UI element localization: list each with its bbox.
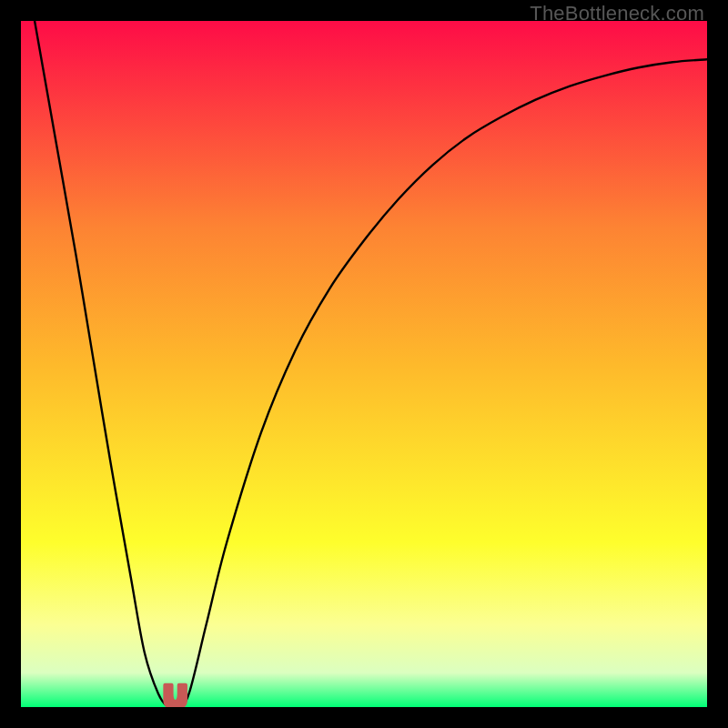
plot-frame <box>21 21 707 707</box>
watermark-text: TheBottleneck.com <box>530 2 704 25</box>
bottleneck-chart <box>21 21 707 707</box>
gradient-background <box>21 21 707 707</box>
